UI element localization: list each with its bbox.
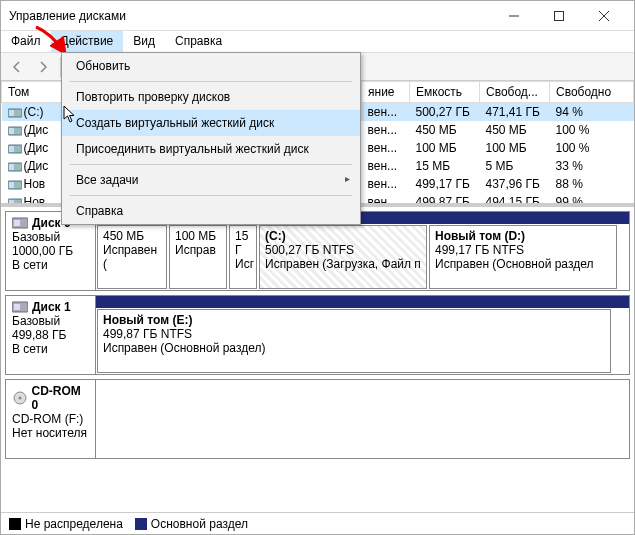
svg-rect-9 [9,146,14,152]
svg-point-21 [19,397,22,400]
disk-status: В сети [12,342,89,356]
menu-create-vhd[interactable]: Создать виртуальный жесткий диск [62,110,360,136]
col-state[interactable]: яние [362,82,410,103]
svg-rect-5 [9,110,14,116]
disk-graphic-pane: Диск 0 Базовый 1000,00 ГБ В сети 450 МБ … [1,207,634,512]
menu-separator [70,81,352,82]
cell-pct: 100 % [550,121,634,139]
window-title: Управление дисками [9,9,491,23]
cell-state: вен... [362,175,410,193]
partition-status: Исправен (Основной раздел [435,257,611,271]
cell-name: (Дис [2,121,62,139]
cell-name: (Дис [2,139,62,157]
cell-pct: 100 % [550,139,634,157]
disk-type: Базовый [12,314,89,328]
cell-free: 471,41 ГБ [480,103,550,121]
partition[interactable]: (C:) 500,27 ГБ NTFS Исправен (Загрузка, … [259,225,427,289]
partition[interactable]: Новый том (D:) 499,17 ГБ NTFS Исправен (… [429,225,617,289]
menu-help-item[interactable]: Справка [62,198,360,224]
partition[interactable]: 450 МБ Исправен ( [97,225,167,289]
partition-name: (C:) [265,229,421,243]
volume-icon [8,179,22,190]
disk-info: CD-ROM 0 CD-ROM (F:) Нет носителя [6,380,96,458]
partition-size: 499,17 ГБ NTFS [435,243,611,257]
legend-primary: Основной раздел [135,517,248,531]
partition-stripe [96,296,629,308]
back-button[interactable] [5,55,29,79]
menu-rescan[interactable]: Повторить проверку дисков [62,84,360,110]
partition-size: 450 МБ [103,229,161,243]
cell-capacity: 100 МБ [410,139,480,157]
disk-size: 499,88 ГБ [12,328,89,342]
col-capacity[interactable]: Емкость [410,82,480,103]
partition[interactable]: Новый том (E:) 499,87 ГБ NTFS Исправен (… [97,309,611,373]
menu-help[interactable]: Справка [165,31,232,52]
svg-rect-1 [554,11,563,20]
cell-name: Нов [2,193,62,208]
partitions: Новый том (E:) 499,87 ГБ NTFS Исправен (… [96,296,629,374]
partition-size: 499,87 ГБ NTFS [103,327,605,341]
menu-file[interactable]: Файл [1,31,51,52]
menu-attach-vhd[interactable]: Присоединить виртуальный жесткий диск [62,136,360,162]
forward-button[interactable] [31,55,55,79]
partition[interactable]: 100 МБ Исправ [169,225,227,289]
cell-name: (Дис [2,157,62,175]
title-bar: Управление дисками [1,1,634,31]
cell-state: вен... [362,121,410,139]
menu-refresh[interactable]: Обновить [62,53,360,79]
close-button[interactable] [581,1,626,31]
volume-icon [8,107,22,118]
cell-pct: 99 % [550,193,634,208]
cell-state: вен... [362,193,410,208]
disk-type: Базовый [12,230,89,244]
partition[interactable]: 15 Г Исг [229,225,257,289]
svg-rect-17 [14,220,20,226]
svg-rect-11 [9,164,14,170]
cell-pct: 33 % [550,157,634,175]
cell-capacity: 499,17 ГБ [410,175,480,193]
menu-separator [70,195,352,196]
cell-pct: 94 % [550,103,634,121]
cell-capacity: 500,27 ГБ [410,103,480,121]
cell-free: 494,15 ГБ [480,193,550,208]
col-volume[interactable]: Том [2,82,62,103]
col-free[interactable]: Свобод... [480,82,550,103]
svg-rect-19 [14,304,20,310]
cell-capacity: 15 МБ [410,157,480,175]
partition-name: Новый том (E:) [103,313,605,327]
cell-state: вен... [362,139,410,157]
cell-name: Нов [2,175,62,193]
disk-row: Диск 1 Базовый 499,88 ГБ В сети Новый то… [5,295,630,375]
partition-status: Исправ [175,243,221,257]
menu-view[interactable]: Вид [123,31,165,52]
cell-free: 100 МБ [480,139,550,157]
disk-name: CD-ROM 0 [12,384,89,412]
cell-free: 450 МБ [480,121,550,139]
menu-action[interactable]: Действие [51,31,124,52]
volume-icon [8,143,22,154]
disk-status: В сети [12,258,89,272]
maximize-button[interactable] [536,1,581,31]
partition-size: 15 Г [235,229,251,257]
cell-free: 437,96 ГБ [480,175,550,193]
svg-rect-15 [9,200,14,206]
cell-capacity: 450 МБ [410,121,480,139]
minimize-button[interactable] [491,1,536,31]
action-dropdown: Обновить Повторить проверку дисков Созда… [61,52,361,225]
partition-size: 500,27 ГБ NTFS [265,243,421,257]
svg-rect-7 [9,128,14,134]
partitions [96,380,629,458]
disk-info: Диск 1 Базовый 499,88 ГБ В сети [6,296,96,374]
cell-capacity: 499,87 ГБ [410,193,480,208]
menu-all-tasks[interactable]: Все задачи [62,167,360,193]
cell-name: (C:) [2,103,62,121]
cell-state: вен... [362,103,410,121]
cell-free: 5 МБ [480,157,550,175]
svg-rect-13 [9,182,14,188]
volume-icon [8,197,22,207]
disk-type: CD-ROM (F:) [12,412,89,426]
cell-state: вен... [362,157,410,175]
col-free-pct[interactable]: Свободно [550,82,634,103]
disk-row: CD-ROM 0 CD-ROM (F:) Нет носителя [5,379,630,459]
disk-size: 1000,00 ГБ [12,244,89,258]
